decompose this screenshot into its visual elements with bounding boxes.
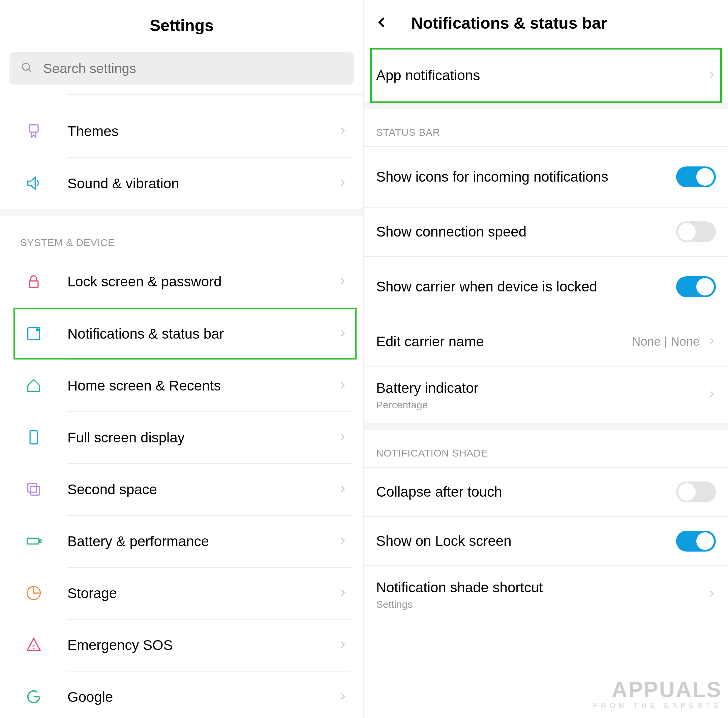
toggle-connection-speed[interactable]: [676, 222, 716, 242]
row-themes[interactable]: Themes: [0, 105, 363, 157]
row-show-connection-speed[interactable]: Show connection speed: [364, 207, 728, 256]
section-header-system: SYSTEM & DEVICE: [0, 216, 363, 256]
page-title: Settings: [0, 16, 363, 35]
toggle-show-carrier[interactable]: [676, 276, 716, 297]
row-sublabel: Settings: [376, 599, 708, 610]
themes-icon: [0, 123, 67, 140]
second-space-icon: [0, 480, 67, 498]
nav-title: Notifications & status bar: [411, 14, 607, 32]
row-label: Google: [67, 688, 338, 706]
search-input[interactable]: [43, 61, 343, 76]
row-label: Battery & performance: [67, 533, 338, 550]
row-lock-screen[interactable]: Lock screen & password: [0, 256, 363, 308]
section-gap: [0, 209, 363, 216]
row-value: None | None: [632, 335, 700, 349]
svg-rect-9: [27, 538, 39, 544]
section-gap: [364, 423, 728, 430]
row-label: Full screen display: [67, 429, 338, 447]
row-sublabel: Percentage: [376, 399, 708, 411]
row-label: Notifications & status bar: [67, 325, 338, 343]
chevron-right-icon: [338, 378, 347, 394]
watermark: APPUALS FROM THE EXPERTS: [593, 680, 722, 709]
chevron-right-icon: [338, 689, 347, 705]
row-label: Sound & vibration: [67, 175, 338, 193]
row-label: Storage: [67, 585, 338, 602]
row-label: Edit carrier name: [376, 333, 632, 351]
row-show-icons[interactable]: Show icons for incoming notifications: [364, 146, 728, 207]
svg-text:S: S: [32, 644, 35, 649]
chevron-right-icon: [338, 482, 347, 497]
settings-pane-left: Settings Themes Sound & vibration SYSTEM…: [0, 0, 364, 718]
chevron-right-icon: [338, 637, 347, 653]
svg-rect-6: [30, 431, 37, 444]
google-icon: [0, 688, 67, 706]
toggle-show-lock[interactable]: [676, 531, 716, 551]
sound-icon: [0, 174, 67, 192]
row-label: Lock screen & password: [67, 273, 338, 291]
row-full-screen[interactable]: Full screen display: [0, 411, 363, 463]
chevron-right-icon: [708, 68, 716, 83]
svg-rect-3: [29, 281, 38, 288]
row-storage[interactable]: Storage: [0, 567, 363, 619]
row-label: Show on Lock screen: [376, 532, 676, 550]
row-label: Show connection speed: [376, 223, 676, 241]
svg-rect-8: [31, 486, 40, 495]
row-show-carrier-locked[interactable]: Show carrier when device is locked: [364, 256, 728, 317]
toggle-collapse[interactable]: [676, 481, 716, 503]
row-label: Themes: [67, 123, 338, 141]
chevron-right-icon: [338, 534, 347, 549]
row-sound[interactable]: Sound & vibration: [0, 157, 363, 209]
chevron-right-icon: [708, 334, 716, 349]
battery-icon: [0, 532, 67, 550]
row-emergency-sos[interactable]: S Emergency SOS: [0, 619, 363, 671]
row-label: Second space: [67, 481, 338, 499]
row-label: Show carrier when device is locked: [376, 278, 612, 296]
watermark-main: APPUALS: [612, 678, 722, 702]
chevron-right-icon: [338, 124, 347, 139]
row-show-on-lock-screen[interactable]: Show on Lock screen: [364, 516, 728, 565]
storage-icon: [0, 584, 67, 602]
search-icon: [21, 62, 33, 75]
section-gap: [364, 102, 728, 109]
chevron-right-icon: [338, 176, 347, 191]
row-app-notifications[interactable]: App notifications: [364, 49, 728, 102]
watermark-sub: FROM THE EXPERTS: [593, 702, 722, 709]
row-label: Emergency SOS: [67, 637, 338, 654]
chevron-right-icon: [338, 430, 347, 445]
row-label: Home screen & Recents: [67, 377, 338, 395]
home-icon: [0, 377, 67, 394]
row-home-screen[interactable]: Home screen & Recents: [0, 359, 363, 411]
sos-icon: S: [0, 636, 67, 654]
chevron-right-icon: [338, 274, 347, 289]
svg-rect-7: [28, 483, 37, 492]
row-notification-shade-shortcut[interactable]: Notification shade shortcut Settings: [364, 565, 728, 623]
row-label: App notifications: [376, 66, 708, 85]
section-header-status-bar: STATUS BAR: [364, 109, 728, 146]
chevron-right-icon: [708, 587, 716, 602]
page-title-row: Settings: [0, 0, 363, 52]
settings-pane-right: Notifications & status bar App notificat…: [364, 0, 728, 718]
lock-icon: [0, 273, 67, 290]
svg-rect-2: [29, 125, 38, 133]
section-header-notification-shade: NOTIFICATION SHADE: [364, 430, 728, 467]
search-box[interactable]: [9, 52, 354, 84]
row-edit-carrier-name[interactable]: Edit carrier name None | None: [364, 317, 728, 366]
fullscreen-icon: [0, 429, 67, 446]
nav-header: Notifications & status bar: [364, 0, 728, 49]
row-battery-indicator[interactable]: Battery indicator Percentage: [364, 366, 728, 423]
chevron-right-icon: [338, 326, 347, 342]
row-label: Notification shade shortcut: [376, 579, 708, 597]
chevron-right-icon: [338, 585, 347, 601]
chevron-right-icon: [708, 388, 716, 402]
row-google[interactable]: Google: [0, 671, 363, 718]
row-second-space[interactable]: Second space: [0, 463, 363, 515]
back-icon[interactable]: [376, 14, 388, 32]
row-battery-performance[interactable]: Battery & performance: [0, 515, 363, 567]
svg-line-1: [29, 69, 31, 72]
svg-point-0: [23, 63, 30, 70]
toggle-show-icons[interactable]: [676, 167, 716, 187]
row-collapse-after-touch[interactable]: Collapse after touch: [364, 467, 728, 516]
row-notifications-status-bar[interactable]: Notifications & status bar: [0, 308, 363, 359]
svg-rect-10: [40, 540, 41, 543]
row-label: Battery indicator: [376, 379, 708, 397]
